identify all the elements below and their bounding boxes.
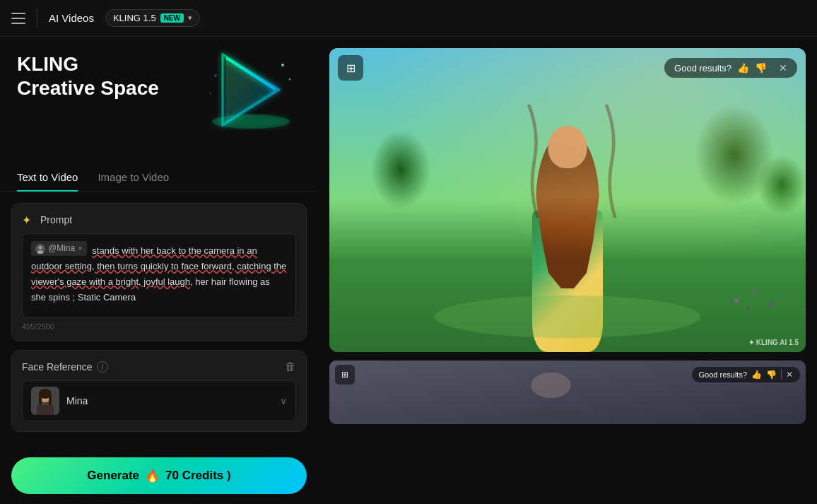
mention-avatar <box>35 244 45 254</box>
scene-detail-overlay <box>329 48 806 352</box>
watermark-text: ✦ KLING AI 1.5 <box>748 339 799 346</box>
header: AI Videos KLING 1.5 NEW ▾ <box>0 0 817 37</box>
face-ref-person: Mina <box>31 387 88 415</box>
second-thumb-up-icon[interactable]: 👍 <box>751 370 762 380</box>
hero-section: KLING Creative Space <box>0 37 318 164</box>
version-text: KLING 1.5 <box>113 13 156 23</box>
menu-button[interactable] <box>11 13 25 24</box>
svg-rect-21 <box>49 394 52 405</box>
char-count: 495/2500 <box>22 322 296 331</box>
second-capture-button[interactable]: ⊞ <box>335 365 355 385</box>
svg-point-12 <box>210 93 211 94</box>
mention-remove-icon[interactable]: × <box>78 242 82 255</box>
chevron-down-icon: ▾ <box>188 13 192 23</box>
thumb-up-icon[interactable]: 👍 <box>737 62 749 74</box>
face-ref-header: Face Reference i 🗑 <box>22 361 296 373</box>
second-video-content: ⊞ Good results? 👍 👎 ✕ <box>329 361 806 424</box>
second-feedback-label: Good results? <box>699 370 747 379</box>
prompt-section: ✦ Prompt @Mina × stands with her back to… <box>11 203 307 341</box>
mode-tabs: Text to Video Image to Video <box>0 164 318 192</box>
face-ref-info-icon[interactable]: i <box>97 361 108 373</box>
mention-tag: @Mina × <box>31 241 87 256</box>
second-capture-icon: ⊞ <box>341 370 348 380</box>
left-panel: KLING Creative Space <box>0 37 318 504</box>
face-ref-name: Mina <box>66 395 88 406</box>
face-reference-section: Face Reference i 🗑 <box>11 350 307 432</box>
capture-icon: ⊞ <box>346 61 355 75</box>
second-feedback-bar: Good results? 👍 👎 ✕ <box>692 367 800 382</box>
svg-point-23 <box>435 295 700 338</box>
tab-image-to-video[interactable]: Image to Video <box>98 164 169 192</box>
header-divider <box>37 8 37 28</box>
credits-label: 70 Credits ) <box>165 469 231 483</box>
svg-point-14 <box>39 245 42 249</box>
svg-rect-20 <box>39 394 42 405</box>
svg-point-9 <box>281 64 284 66</box>
feedback-label: Good results? <box>674 63 731 74</box>
second-feedback-divider <box>781 370 782 380</box>
svg-rect-18 <box>37 405 54 415</box>
svg-point-10 <box>289 78 291 81</box>
tab-text-to-video[interactable]: Text to Video <box>17 164 78 192</box>
prompt-input[interactable]: @Mina × stands with her back to the came… <box>22 233 296 318</box>
mention-name: @Mina <box>48 242 75 255</box>
generate-label: Generate <box>87 469 139 483</box>
second-close-icon[interactable]: ✕ <box>786 370 793 380</box>
feedback-divider <box>772 63 773 73</box>
right-panel: ⊞ Good results? 👍 👎 ✕ ✦ KLING AI 1.5 Lip… <box>318 37 817 504</box>
face-ref-delete-icon[interactable]: 🗑 <box>285 361 296 373</box>
avatar-image <box>31 387 59 415</box>
second-video-top-bar: ⊞ Good results? 👍 👎 ✕ <box>329 365 806 385</box>
generate-btn-container: Generate 🔥 70 Credits ) <box>0 447 318 504</box>
svg-point-11 <box>215 75 217 77</box>
sun-icon: ✦ <box>22 213 35 226</box>
feedback-bar: Good results? 👍 👎 ✕ <box>664 58 797 78</box>
svg-marker-2 <box>226 58 276 122</box>
face-ref-chevron-icon: ∨ <box>280 395 287 406</box>
generate-button[interactable]: Generate 🔥 70 Credits ) <box>11 457 307 494</box>
prompt-label-text: Prompt <box>40 214 72 225</box>
thumb-down-icon[interactable]: 👎 <box>755 62 767 74</box>
watermark: ✦ KLING AI 1.5 <box>748 339 799 346</box>
fire-icon: 🔥 <box>145 469 160 484</box>
face-avatar <box>31 387 59 415</box>
video-content <box>329 48 806 352</box>
close-feedback-icon[interactable]: ✕ <box>779 62 787 74</box>
kling-logo-graphic <box>198 40 304 146</box>
capture-button[interactable]: ⊞ <box>338 55 363 81</box>
prompt-label: ✦ Prompt <box>22 213 296 226</box>
face-ref-selector[interactable]: Mina ∨ <box>22 380 296 421</box>
second-thumb-down-icon[interactable]: 👎 <box>766 370 777 380</box>
face-ref-label: Face Reference i <box>22 361 108 373</box>
main-content: KLING Creative Space <box>0 37 817 504</box>
version-selector[interactable]: KLING 1.5 NEW ▾ <box>105 9 200 27</box>
app-title: AI Videos <box>49 12 94 24</box>
new-badge: NEW <box>160 13 184 23</box>
second-video-card: ⊞ Good results? 👍 👎 ✕ <box>329 361 806 424</box>
video-top-bar: ⊞ Good results? 👍 👎 ✕ <box>329 55 806 81</box>
face-ref-label-text: Face Reference <box>22 361 93 373</box>
main-video-card: ⊞ Good results? 👍 👎 ✕ ✦ KLING AI 1.5 Lip… <box>329 48 806 352</box>
svg-point-26 <box>517 408 584 419</box>
